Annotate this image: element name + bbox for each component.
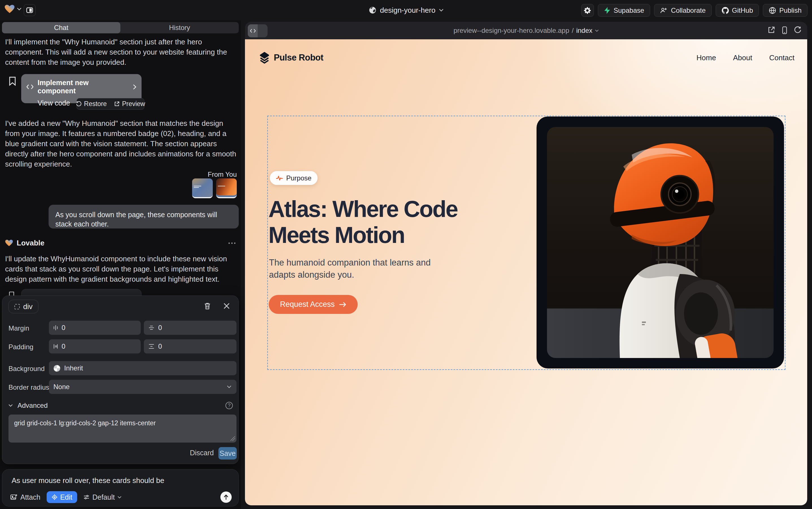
attachment-thumbnail-orange[interactable] [216,178,237,198]
hero-image-card [537,116,784,369]
help-icon[interactable]: ? [225,402,233,409]
chevron-down-icon [117,496,121,499]
margin-label: Margin [8,324,29,332]
restore-preview-toolbar: Restore Preview [77,98,144,110]
assistant-message-2: I've added a new "Why Humanoid" section … [5,118,237,169]
site-canvas: Pulse Robot Home About Contact Purpose A… [245,39,807,505]
publish-button[interactable]: Publish [763,4,808,17]
advanced-classes-textarea[interactable]: grid grid-cols-1 lg:grid-cols-2 gap-12 i… [8,414,236,443]
open-in-new-tab-icon[interactable] [768,26,775,34]
border-radius-select[interactable]: None [49,380,236,394]
target-icon [51,494,58,500]
toggle-sidebar-button[interactable] [24,4,36,16]
chat-composer[interactable]: As user mouse roll over, these cards sho… [2,469,239,506]
margin-y-input[interactable]: 0 [144,321,236,335]
margin-x-icon [53,325,58,331]
selected-element-badge[interactable]: div [8,300,38,313]
layers-logo-icon [259,52,270,64]
restore-button[interactable]: Restore [76,100,107,108]
discard-button[interactable]: Discard [190,449,214,457]
margin-x-input[interactable]: 0 [49,321,141,335]
nav-contact[interactable]: Contact [769,54,795,62]
supabase-label: Supabase [614,6,644,14]
padding-y-icon [148,344,154,349]
hero-heading: Atlas: Where Code Meets Motion [268,196,457,248]
assistant-header: Lovable [5,239,236,247]
site-header: Pulse Robot Home About Contact [259,52,795,64]
model-mode-select[interactable]: Default [83,493,121,501]
supabase-icon [604,7,611,14]
preview-window: preview--design-your-hero.lovable.app / … [245,22,807,505]
chat-panel: Chat History I'll implement the "Why Hum… [0,20,241,509]
bookmark-icon[interactable] [8,76,16,86]
collaborate-button[interactable]: Collaborate [654,4,712,17]
attachment-thumbnail-blue[interactable] [192,178,213,198]
site-brand[interactable]: Pulse Robot [259,52,323,64]
request-access-button[interactable]: Request Access [269,295,358,314]
preview-button[interactable]: Preview [114,100,145,108]
from-you-label: From You [208,171,237,178]
tab-chat[interactable]: Chat [2,22,120,33]
padding-x-input[interactable]: 0 [49,339,141,353]
selected-element-tag: div [23,302,33,311]
sidebar-panel-icon [26,7,33,13]
preview-page-name: index [576,27,592,34]
send-button[interactable] [220,491,232,503]
preview-url-bar[interactable]: preview--design-your-hero.lovable.app / … [245,22,807,39]
background-input[interactable]: Inherit [49,361,236,375]
tab-history[interactable]: History [120,22,239,33]
close-inspector-icon[interactable] [223,302,230,310]
chevron-down-icon [227,385,231,388]
delete-element-icon[interactable] [204,302,211,310]
gear-icon [584,7,591,14]
chevron-down-icon [439,9,443,11]
padding-label: Padding [8,343,33,351]
collaborate-label: Collaborate [671,6,706,14]
github-icon [722,7,729,14]
lovable-heart-icon [5,239,13,246]
arrow-right-icon [339,302,346,307]
padding-y-input[interactable]: 0 [144,339,236,353]
mobile-view-icon[interactable] [782,26,787,34]
settings-button[interactable] [581,4,594,17]
github-label: GitHub [732,6,753,14]
margin-y-icon [148,326,154,330]
chevron-right-icon [133,84,137,90]
globe-icon [369,6,377,14]
edit-mode-button[interactable]: Edit [47,491,77,503]
element-inspector-panel: div Margin 0 0 Padding 0 0 Background [2,296,239,464]
nav-home[interactable]: Home [696,54,716,62]
chat-history-tabs: Chat History [2,22,239,33]
site-nav: Home About Contact [696,54,795,62]
top-bar: design-your-hero Supabase Collaborate [0,0,812,20]
attach-button[interactable]: Attach [10,493,40,501]
bookmark-icon [8,291,15,296]
advanced-section-header[interactable]: Advanced ? [8,402,233,409]
github-button[interactable]: GitHub [716,4,759,17]
publish-globe-icon [769,7,776,14]
assistant-message-1: I'll implement the "Why Humanoid" sectio… [5,37,237,67]
chevron-down-icon [8,404,13,407]
pulse-icon [276,175,283,181]
external-link-icon [114,101,119,107]
more-options-icon[interactable] [228,242,236,244]
hero-paragraph: The humanoid companion that learns and a… [269,257,455,281]
lovable-menu-button[interactable] [4,4,22,13]
textarea-resize-handle[interactable] [230,436,235,441]
composer-input[interactable]: As user mouse roll over, these cards sho… [11,476,164,485]
assistant-message-3: I'll update the WhyHumanoid component to… [5,253,237,284]
nav-about[interactable]: About [733,54,752,62]
project-switcher[interactable]: design-your-hero [369,0,444,20]
supabase-button[interactable]: Supabase [598,4,650,17]
component-change-title: Implement new component [38,79,125,95]
robot-image [547,127,774,358]
arrow-up-icon [223,494,229,500]
refresh-icon[interactable] [794,26,802,34]
preview-url-host: preview--design-your-hero.lovable.app [453,27,569,34]
chevron-down-icon [595,29,599,32]
transparency-swatch-icon [53,365,61,372]
save-button[interactable]: Save [218,447,237,460]
project-name: design-your-hero [380,6,436,15]
code-icon [26,84,34,89]
user-message-bubble: As you scroll down the page, these compo… [48,205,239,229]
